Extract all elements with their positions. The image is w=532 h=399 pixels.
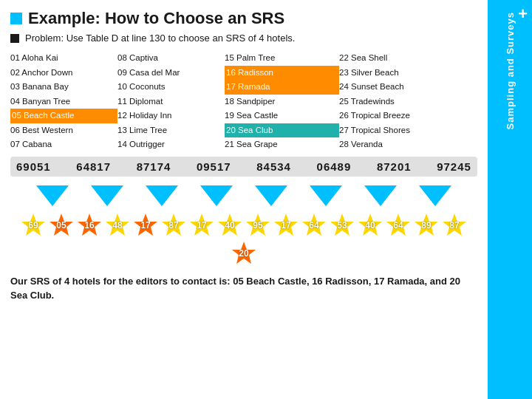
- star-item: 40: [216, 212, 243, 239]
- hotel-item: 23 Silver Beach: [339, 66, 468, 81]
- hotel-item: 09 Casa del Mar: [117, 66, 225, 81]
- stars-row: 69 05 16 48 17 87 17 40: [10, 212, 477, 267]
- number-group-3: 87174: [137, 160, 171, 173]
- hotel-item: 11 Diplomat: [117, 95, 225, 109]
- star-item: 95: [245, 212, 271, 239]
- hotel-item: 04 Banyan Tree: [10, 95, 117, 109]
- hotel-item: 12 Holiday Inn: [117, 109, 225, 123]
- arrow-down-icon-4: [200, 185, 233, 206]
- page-title: Example: How to Choose an SRS: [28, 9, 284, 28]
- hotel-item: 18 Sandpiper: [225, 95, 339, 109]
- star-item: 89: [413, 212, 440, 239]
- number-group-5: 84534: [256, 160, 291, 173]
- problem-square-icon: [10, 34, 19, 43]
- number-group-4: 09517: [197, 160, 231, 173]
- main-content: Example: How to Choose an SRS Problem: U…: [0, 0, 488, 399]
- hotel-col3: 15 Palm Tree 16 Radisson 17 Ramada 18 Sa…: [225, 51, 339, 152]
- hotel-item: 06 Best Western: [10, 123, 117, 138]
- arrow-down-icon-8: [419, 185, 451, 206]
- arrow-down-icon-3: [146, 185, 178, 206]
- hotel-item: 15 Palm Tree: [225, 51, 339, 66]
- sidebar: + Sampling and Surveys: [488, 0, 532, 399]
- hotel-item: 27 Tropical Shores: [339, 123, 468, 138]
- number-group-7: 87201: [377, 160, 412, 173]
- hotel-col4: 22 Sea Shell 23 Silver Beach 24 Sunset B…: [339, 51, 468, 152]
- hotel-item: 13 Lime Tree: [117, 123, 225, 138]
- hotel-item-highlighted: 05 Beach Castle: [10, 109, 117, 123]
- star-item: 69: [20, 212, 47, 239]
- arrow-down-icon-5: [255, 185, 287, 206]
- star-item-highlight: 17: [132, 212, 159, 239]
- sidebar-label: Sampling and Surveys: [505, 12, 516, 129]
- hotel-item: 03 Banana Bay: [10, 80, 117, 95]
- hotel-item: 21 Sea Grape: [225, 137, 339, 152]
- hotel-item: 19 Sea Castle: [225, 109, 339, 123]
- number-group-2: 64817: [76, 160, 111, 173]
- hotel-col1: 01 Aloha Kai 02 Anchor Down 03 Banana Ba…: [10, 51, 117, 152]
- arrow-down-icon-7: [364, 185, 397, 206]
- hotel-item: 22 Sea Shell: [339, 51, 468, 66]
- title-row: Example: How to Choose an SRS: [10, 9, 477, 28]
- star-item: 64: [385, 212, 412, 239]
- star-item: 40: [357, 212, 383, 239]
- hotel-item: 07 Cabana: [10, 137, 117, 152]
- hotel-item: 24 Sunset Beach: [339, 80, 468, 95]
- star-item-highlight: 20: [231, 240, 257, 267]
- hotel-item: 08 Captiva: [117, 51, 225, 66]
- star-item: 64: [301, 212, 327, 239]
- arrow-down-icon-2: [91, 185, 123, 206]
- star-item: 48: [104, 212, 131, 239]
- hotel-col2: 08 Captiva 09 Casa del Mar 10 Coconuts 1…: [117, 51, 225, 152]
- hotel-item: 01 Aloha Kai: [10, 51, 117, 66]
- number-group-6: 06489: [317, 160, 352, 173]
- hotel-item: 28 Veranda: [339, 137, 468, 152]
- conclusion-bold: Our SRS of 4 hotels for the editors to c…: [10, 276, 460, 301]
- arrow-down-icon-1: [36, 185, 69, 206]
- star-item: 17: [273, 212, 299, 239]
- hotels-grid: 01 Aloha Kai 02 Anchor Down 03 Banana Ba…: [10, 51, 477, 152]
- hotel-item-highlighted: 16 Radisson: [225, 66, 339, 81]
- hotel-item-highlighted: 17 Ramada: [225, 80, 339, 95]
- hotel-item: 25 Tradewinds: [339, 95, 468, 109]
- number-group-1: 69051: [16, 160, 51, 173]
- title-square-icon: [10, 13, 22, 24]
- arrows-row: [10, 185, 477, 206]
- hotel-item-teal: 20 Sea Club: [225, 123, 339, 138]
- problem-row: Problem: Use Table D at line 130 to choo…: [10, 33, 477, 44]
- problem-text: Problem: Use Table D at line 130 to choo…: [25, 33, 295, 44]
- hotel-item: 02 Anchor Down: [10, 66, 117, 81]
- conclusion-text: Our SRS of 4 hotels for the editors to c…: [10, 274, 477, 303]
- hotel-item: 10 Coconuts: [117, 80, 225, 95]
- arrow-down-icon-6: [310, 185, 342, 206]
- star-item-highlight: 05: [48, 212, 75, 239]
- star-item: 53: [329, 212, 355, 239]
- star-item: 87: [160, 212, 187, 239]
- star-item: 87: [441, 212, 468, 239]
- hotel-item: 26 Tropical Breeze: [339, 109, 468, 123]
- star-item-highlight: 16: [76, 212, 103, 239]
- number-group-8: 97245: [437, 160, 471, 173]
- numbers-row: 69051 64817 87174 09517 84534 06489 8720…: [10, 157, 477, 177]
- hotel-item: 14 Outrigger: [117, 137, 225, 152]
- star-item: 17: [188, 212, 215, 239]
- plus-icon: +: [518, 4, 528, 24]
